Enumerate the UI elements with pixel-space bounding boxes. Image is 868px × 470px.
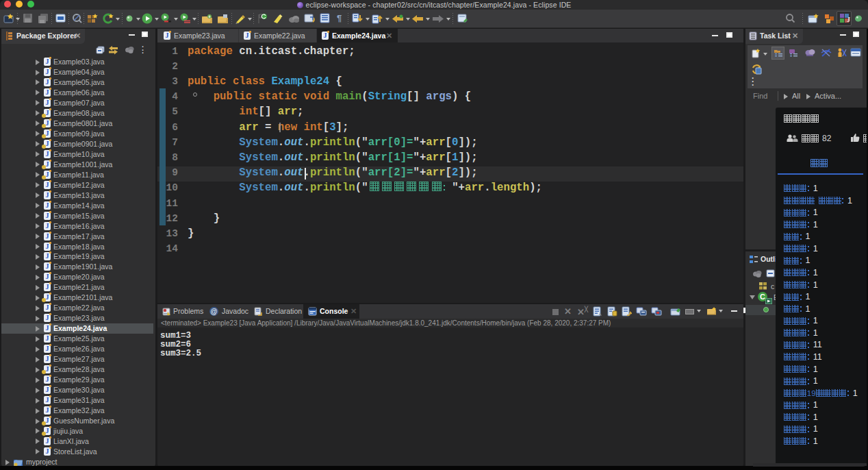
svg-text:J: J [847,16,850,23]
